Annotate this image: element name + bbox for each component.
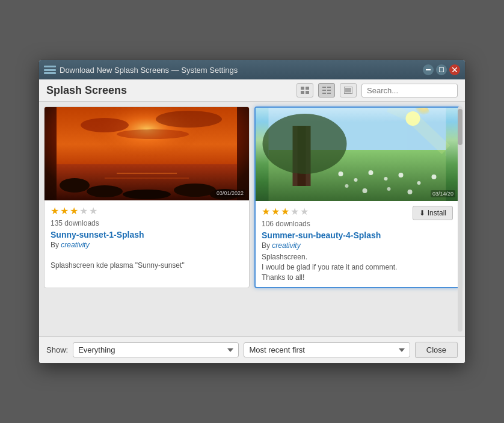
window-title: Download New Splash Screens — System Set… — [60, 66, 238, 75]
scrollbar-thumb[interactable] — [458, 109, 463, 145]
item2-timestamp: 03/14/20 — [431, 190, 455, 197]
page-title: Splash Screens — [46, 84, 292, 97]
svg-rect-15 — [345, 88, 351, 92]
item2-name: Summer-sun-beauty-4-Splash — [262, 230, 453, 240]
star2-3: ★ — [281, 206, 289, 217]
svg-rect-11 — [327, 87, 331, 88]
items-grid: 03/01/2022 ★ ★ ★ ★ ★ 135 downloads Sunny… — [44, 107, 460, 288]
view-preview-button[interactable] — [340, 83, 357, 97]
item1-author-name: creativity — [61, 241, 89, 249]
star-2: ★ — [60, 205, 69, 217]
window-controls — [423, 64, 460, 75]
item2-author-name: creativity — [272, 241, 300, 250]
svg-point-42 — [417, 181, 421, 185]
svg-rect-0 — [426, 69, 431, 70]
search-input[interactable] — [361, 84, 458, 97]
svg-point-24 — [87, 185, 123, 197]
view-list-button[interactable] — [297, 83, 313, 97]
svg-point-19 — [81, 118, 129, 132]
svg-rect-8 — [322, 87, 326, 88]
svg-rect-12 — [327, 90, 331, 91]
star2-2: ★ — [271, 206, 280, 217]
svg-rect-1 — [439, 67, 444, 72]
star2-4: ★ — [290, 206, 299, 217]
maximize-button[interactable] — [436, 64, 447, 75]
item-card-2[interactable]: 03/14/20 ★ ★ ★ ★ ★ — [254, 107, 460, 288]
svg-point-45 — [363, 188, 367, 193]
svg-rect-13 — [327, 93, 331, 94]
svg-point-36 — [263, 114, 347, 174]
install-icon: ⬇ — [419, 209, 425, 217]
item1-author: By creativity — [51, 241, 243, 249]
svg-point-25 — [123, 190, 171, 199]
main-window: Download New Splash Screens — System Set… — [38, 60, 466, 363]
item1-name: Sunny-sunset-1-Splash — [51, 230, 243, 239]
install-button[interactable]: ⬇ Install — [413, 206, 453, 220]
svg-point-21 — [117, 129, 189, 139]
svg-point-39 — [369, 170, 373, 175]
item-thumbnail-2: 03/14/20 — [256, 108, 459, 201]
scrollbar[interactable] — [458, 107, 463, 332]
svg-point-43 — [432, 174, 437, 179]
minimize-button[interactable] — [423, 64, 434, 75]
svg-rect-4 — [301, 87, 304, 90]
close-window-button[interactable] — [449, 64, 460, 75]
item1-tags: Splashscreen kde plasma "Sunny-sunset" — [51, 261, 243, 270]
item1-downloads: 135 downloads — [51, 219, 243, 227]
view-grid-button[interactable] — [318, 83, 335, 97]
show-label: Show: — [46, 345, 68, 354]
svg-point-41 — [399, 173, 404, 178]
svg-point-46 — [387, 187, 391, 191]
star-5: ★ — [89, 205, 97, 217]
filter-dropdown[interactable]: Everything Installed Updateable — [73, 342, 239, 357]
svg-point-37 — [339, 171, 343, 176]
item1-timestamp: 03/01/2022 — [215, 190, 245, 197]
titlebar-left: Download New Splash Screens — System Set… — [44, 66, 238, 75]
svg-point-26 — [174, 184, 216, 197]
star-4: ★ — [79, 205, 88, 217]
svg-point-40 — [384, 177, 388, 181]
svg-point-44 — [345, 184, 349, 188]
star-1: ★ — [51, 205, 59, 217]
item2-stars: ★ ★ ★ ★ ★ — [262, 206, 310, 217]
toolbar: Splash Screens — [39, 79, 465, 102]
item1-stars: ★ ★ ★ ★ ★ — [51, 205, 243, 217]
footer: Show: Everything Installed Updateable Mo… — [39, 336, 465, 363]
close-button[interactable]: Close — [415, 342, 458, 358]
svg-rect-5 — [306, 87, 309, 90]
content-grid: 03/01/2022 ★ ★ ★ ★ ★ 135 downloads Sunny… — [39, 102, 465, 336]
star2-1: ★ — [262, 206, 270, 217]
svg-point-47 — [408, 190, 413, 194]
titlebar: Download New Splash Screens — System Set… — [39, 60, 465, 79]
item2-info: ★ ★ ★ ★ ★ 106 downloads ⬇ Install — [256, 201, 459, 287]
item1-info: ★ ★ ★ ★ ★ 135 downloads Sunny-sunset-1-S… — [45, 200, 249, 274]
svg-point-23 — [60, 178, 90, 193]
svg-rect-10 — [322, 93, 326, 94]
svg-rect-9 — [322, 90, 326, 91]
svg-point-20 — [156, 111, 222, 128]
star-3: ★ — [70, 205, 78, 217]
item2-downloads: 106 downloads — [262, 220, 310, 228]
svg-point-38 — [354, 178, 358, 182]
install-label: Install — [428, 209, 446, 217]
svg-rect-6 — [301, 91, 304, 94]
svg-rect-7 — [306, 91, 309, 94]
item2-description: Splashscreen.I would be glad if you rate… — [262, 252, 453, 282]
content-area: 03/01/2022 ★ ★ ★ ★ ★ 135 downloads Sunny… — [39, 102, 465, 336]
star2-5: ★ — [300, 206, 309, 217]
item-card-1[interactable]: 03/01/2022 ★ ★ ★ ★ ★ 135 downloads Sunny… — [44, 107, 250, 288]
app-icon — [44, 66, 56, 74]
item2-author: By creativity — [262, 241, 453, 250]
item-thumbnail-1: 03/01/2022 — [45, 107, 249, 200]
sort-dropdown[interactable]: Most recent first Highest rated first Mo… — [244, 342, 410, 357]
